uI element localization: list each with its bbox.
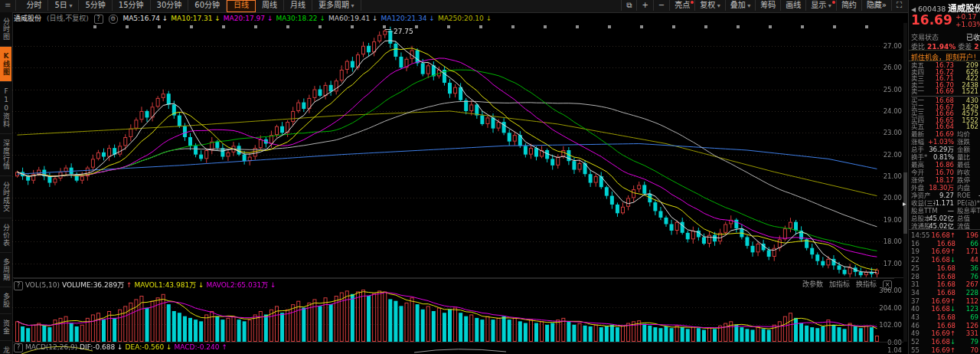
event-marker-icon[interactable] [672,25,675,28]
event-marker-icon[interactable] [833,25,836,28]
panel-collapse-arrow-icon[interactable]: ▶ [903,201,906,206]
tool-筹码[interactable]: 筹码 [755,0,780,11]
down-arrow-icon: ↓ [950,338,956,346]
tick-volume: 171 [959,247,978,256]
left-sidebar: 分时图K线图F10资料深度行情分时成交分价表多周期多股资金龙虎榜 [0,12,13,354]
event-marker-icon[interactable] [865,25,868,28]
price-axis-label: 25.00 [876,86,902,93]
tick-price: 16.68 [929,322,956,330]
grid-icon[interactable]: ≡ [0,0,16,11]
sidebar-item-资金[interactable]: 资金 [0,314,11,341]
event-marker-icon[interactable] [447,25,450,28]
tick-volume: 126 [959,322,978,330]
sidebar-item-分时成交[interactable]: 分时成交 [0,176,11,218]
period-tab-日线[interactable]: 日线 [227,0,256,12]
event-marker-icon[interactable] [222,25,225,28]
sidebar-item-龙虎榜[interactable]: 龙虎榜 [0,341,11,354]
sidebar-item-多周期[interactable]: 多周期 [0,253,11,287]
tool-亮点[interactable]: 亮点 [669,0,694,11]
fullscreen-icon[interactable]: ⛶ [891,0,906,11]
event-marker-icon[interactable] [801,25,804,28]
ob-price: 16.69 [928,88,954,95]
period-tab-更多周期[interactable]: 更多周期 ▾ [312,0,361,11]
zoom-in-icon[interactable]: + [636,0,652,11]
stats-row: 外盘18.30万内盘17.9 [911,184,980,192]
period-tab-月线[interactable]: 月线 [284,0,312,11]
sidebar-item-K线图[interactable]: K线图 [0,47,11,82]
event-marker-icon[interactable] [158,25,161,28]
volume-axis-label: 204.00 [876,304,902,312]
tick-row: 3716.69↑112 [911,297,980,306]
sidebar-item-分时图[interactable]: 分时图 [0,12,11,47]
chart-stock-name: 通威股份 [14,15,41,22]
event-marker-icon[interactable] [190,25,193,28]
stats-row: 总手36.29万金额6.0 [911,146,980,153]
pane-layout-icon[interactable]: ⧉ [621,0,636,11]
event-marker-icon[interactable] [769,25,772,28]
tool-叠加[interactable]: 叠加 ▾ [725,0,756,11]
tick-volume: 196 [959,231,978,240]
tick-row: 3116.68267 [911,280,980,289]
event-marker-icon[interactable] [544,25,547,28]
event-marker-icon[interactable] [383,25,386,28]
indicator-action-换指标[interactable]: 换指标 [856,280,877,288]
tick-time: 14:55 [911,231,930,240]
volume-chart[interactable] [12,290,884,342]
tick-row: 4616.68126 [911,322,980,330]
tick-time: 43 [911,313,920,322]
event-marker-icon[interactable] [254,25,257,28]
order-book-row: 买五16.64162 [911,123,980,130]
event-marker-icon[interactable] [351,25,354,28]
event-marker-icon[interactable] [126,25,129,28]
tool-显示[interactable]: 显示 ▾ [805,0,836,11]
zoom-out-icon[interactable]: − [653,0,669,11]
stats-row: 股息TTM—股息率TTM [911,207,980,215]
event-marker-icon[interactable] [415,25,418,28]
period-tab-周线[interactable]: 周线 [256,0,284,11]
sidebar-item-深度行情[interactable]: 深度行情 [0,134,11,176]
tick-time: 16 [911,240,920,248]
event-marker-icon[interactable] [479,25,482,28]
tool-简约[interactable]: 简约 [836,0,861,11]
event-marker-icon[interactable] [93,25,96,28]
event-marker-icon[interactable] [640,25,643,28]
price-axis-label: 22.00 [876,151,902,159]
period-tab-5日[interactable]: 5日 ▾ [48,0,79,11]
event-marker-icon[interactable] [511,25,514,28]
stat-value: 45.02亿 [926,215,954,222]
event-marker-icon[interactable] [576,25,579,28]
macd-indicator-label[interactable]: MACD(12,26,9) [25,343,77,351]
candlestick-chart[interactable] [12,23,884,277]
chart-scrollbar[interactable]: ▶ [903,23,907,342]
period-tab-5分钟[interactable]: 5分钟 [79,0,112,11]
sidebar-item-F10资料[interactable]: F10资料 [0,82,11,134]
tool-复权[interactable]: 复权 ▾ [694,0,725,11]
stat-value: 17.9 [969,184,980,192]
event-marker-icon[interactable] [286,25,289,28]
tick-time: 34 [911,289,920,297]
event-marker-icon[interactable] [737,25,740,28]
sidebar-item-多股[interactable]: 多股 [0,287,11,314]
period-tab-15分钟[interactable]: 15分钟 [113,0,151,11]
period-tab-60分钟[interactable]: 60分钟 [188,0,227,11]
tool-隐藏»[interactable]: 隐藏» [861,0,891,11]
event-marker-icon[interactable] [704,25,707,28]
peak-annotation: —27.75 [387,28,413,35]
up-arrow-icon: ↑ [950,231,956,239]
tool-画线[interactable]: 画线 [780,0,805,11]
event-marker-icon[interactable] [318,25,322,28]
stat-value: 0.81% [926,153,954,161]
help-icon[interactable]: ? [14,343,23,352]
indicator-action-改参数[interactable]: 改参数 [802,280,823,288]
period-tab-30分钟[interactable]: 30分钟 [151,0,189,11]
vol-indicator-label[interactable]: VOL(5,10) [25,281,60,289]
stat-value: 18.30万 [926,184,954,192]
chevron-down-icon: ▾ [746,2,751,9]
event-marker-icon[interactable] [608,25,611,28]
tick-volume: 70 [959,346,978,354]
period-tab-分时[interactable]: 分时 [20,0,48,11]
indicator-action-加指标[interactable]: 加指标 [829,280,850,288]
mavol2-dir-arrow: ↓ [270,281,276,289]
tick-price: 16.68↓ [929,305,956,313]
sidebar-item-分价表[interactable]: 分价表 [0,218,11,253]
